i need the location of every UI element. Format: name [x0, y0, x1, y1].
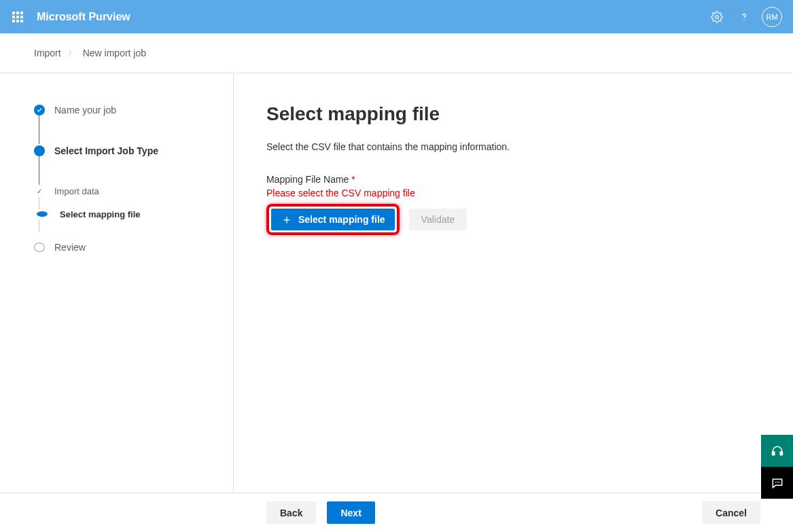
checkmark-icon: ✓ — [34, 185, 45, 196]
wizard-step-label: Select Import Job Type — [54, 145, 158, 156]
wizard-substep-import-data[interactable]: ✓ Import data — [34, 185, 233, 197]
feedback-icon[interactable] — [761, 467, 793, 499]
main-content: Select mapping file Select the CSV file … — [234, 73, 793, 493]
select-mapping-file-button[interactable]: ＋ Select mapping file — [271, 209, 395, 230]
wizard-step-label: Name your job — [54, 105, 116, 116]
help-icon[interactable] — [730, 3, 758, 31]
step-pending-icon — [34, 243, 45, 252]
svg-point-4 — [775, 481, 776, 482]
field-label: Mapping File Name — [266, 174, 349, 185]
required-marker: * — [351, 174, 355, 185]
cancel-button[interactable]: Cancel — [702, 501, 760, 524]
breadcrumb: Import 〉 New import job — [0, 33, 793, 73]
breadcrumb-current: New import job — [83, 48, 146, 58]
page-description: Select the CSV file that contains the ma… — [266, 141, 793, 152]
app-title: Microsoft Purview — [37, 11, 130, 23]
error-message: Please select the CSV mapping file — [266, 188, 793, 198]
svg-point-1 — [743, 19, 745, 20]
support-icon[interactable] — [761, 435, 793, 467]
page-title: Select mapping file — [266, 103, 793, 125]
back-button[interactable]: Back — [266, 501, 316, 524]
wizard-footer: Back Next Cancel — [0, 493, 793, 532]
svg-point-0 — [716, 15, 719, 18]
svg-rect-2 — [772, 451, 774, 455]
validate-button[interactable]: Validate — [409, 209, 468, 230]
user-avatar[interactable]: RM — [762, 7, 782, 27]
wizard-step-job-type[interactable]: Select Import Job Type — [34, 144, 233, 158]
settings-icon[interactable] — [703, 3, 730, 31]
wizard-step-label: Select mapping file — [60, 209, 140, 219]
wizard-step-label: Import data — [54, 186, 99, 196]
breadcrumb-parent[interactable]: Import — [34, 48, 61, 58]
wizard-step-review[interactable]: Review — [34, 241, 233, 254]
wizard-step-name-job[interactable]: Name your job — [34, 103, 233, 117]
wizard-nav: Name your job Select Import Job Type ✓ I… — [0, 73, 234, 493]
field-mapping-file: Mapping File Name * — [266, 174, 793, 185]
svg-point-5 — [777, 481, 778, 482]
app-launcher-icon[interactable] — [11, 10, 24, 24]
wizard-substep-mapping-file[interactable]: Select mapping file — [34, 208, 233, 220]
next-button[interactable]: Next — [327, 501, 374, 524]
step-current-icon — [37, 211, 48, 217]
button-label: Select mapping file — [298, 214, 385, 225]
svg-rect-3 — [780, 451, 782, 455]
plus-icon: ＋ — [281, 213, 293, 226]
wizard-step-label: Review — [54, 242, 86, 253]
highlight-callout: ＋ Select mapping file — [266, 204, 400, 235]
chevron-right-icon: 〉 — [68, 48, 76, 59]
step-current-icon — [34, 145, 45, 156]
global-header: Microsoft Purview RM — [0, 0, 793, 33]
svg-point-6 — [778, 481, 779, 482]
side-widgets — [761, 435, 793, 499]
checkmark-icon — [34, 105, 45, 116]
